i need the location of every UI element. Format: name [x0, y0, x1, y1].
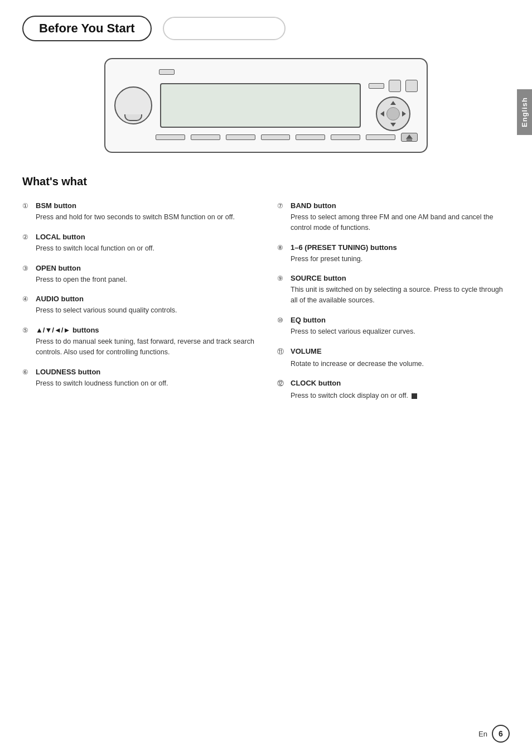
right-top-row — [369, 80, 418, 92]
item-title: BAND button — [291, 201, 336, 210]
item-title: LOCAL button — [36, 233, 85, 241]
preset-btn-5 — [296, 134, 325, 140]
eject-icon — [405, 133, 413, 141]
item-desc: Rotate to increase or decrease the volum… — [291, 359, 510, 369]
list-item: ③ OPEN button Press to open the front pa… — [22, 264, 255, 285]
eject-button — [401, 133, 418, 142]
item-title: 1–6 (PRESET TUNING) buttons — [291, 243, 397, 252]
right-small-btn-1 — [369, 83, 384, 89]
item-num: ⑥ — [22, 368, 32, 376]
preset-btn-2 — [191, 134, 220, 140]
item-header: ⑥ LOUDNESS button — [22, 368, 255, 376]
item-header: ① BSM button — [22, 201, 255, 210]
list-item: ④ AUDIO button Press to select various s… — [22, 295, 255, 316]
page: Before You Start English — [0, 0, 532, 756]
item-num: ① — [22, 202, 32, 210]
stop-symbol — [412, 393, 417, 399]
preset-buttons-row — [156, 133, 418, 142]
device-illustration — [104, 58, 428, 153]
item-desc: Press to switch local function on or off… — [36, 243, 255, 254]
list-item: ⑤ ▲/▼/◄/► buttons Press to do manual see… — [22, 326, 255, 358]
preset-btn-7 — [366, 134, 395, 140]
list-item: ⑥ LOUDNESS button Press to switch loudne… — [22, 368, 255, 389]
right-small-sq-1 — [389, 80, 401, 92]
device-area — [0, 52, 532, 170]
item-header: ② LOCAL button — [22, 233, 255, 241]
right-column: ⑦ BAND button Press to select among thre… — [277, 201, 510, 411]
side-tab: English — [517, 89, 532, 135]
item-desc: Press to switch clock display on or off. — [291, 391, 510, 401]
header-row: Before You Start — [0, 0, 532, 52]
dpad-right-arrow — [402, 111, 406, 117]
item-title: LOUDNESS button — [36, 368, 100, 376]
item-title: EQ button — [291, 316, 326, 324]
item-num: ② — [22, 233, 32, 241]
item-desc: Press and hold for two seconds to switch… — [36, 212, 255, 223]
item-header: ⑪ VOLUME — [277, 347, 510, 357]
item-header: ⑩ EQ button — [277, 316, 510, 324]
item-num: ④ — [22, 295, 32, 303]
item-desc: Press to switch loudness function on or … — [36, 378, 255, 389]
list-item: ⑨ SOURCE button This unit is switched on… — [277, 274, 510, 306]
list-item: ⑦ BAND button Press to select among thre… — [277, 201, 510, 233]
item-title: CLOCK button — [291, 379, 341, 387]
preset-btn-6 — [331, 134, 360, 140]
left-column: ① BSM button Press and hold for two seco… — [22, 201, 255, 411]
item-desc: Press to select various equalizer curves… — [291, 326, 510, 337]
item-title: BSM button — [36, 201, 76, 210]
svg-marker-0 — [406, 134, 413, 139]
item-num: ⑦ — [277, 202, 287, 210]
item-header: ⑧ 1–6 (PRESET TUNING) buttons — [277, 243, 510, 252]
item-header: ③ OPEN button — [22, 264, 255, 272]
header-pill-empty — [163, 17, 286, 40]
item-desc: Press to open the front panel. — [36, 275, 255, 285]
page-footer: En 6 — [478, 725, 510, 743]
display-screen — [160, 83, 361, 128]
list-item: ⑫ CLOCK button Press to switch clock dis… — [277, 379, 510, 401]
item-header: ⑫ CLOCK button — [277, 379, 510, 388]
item-num: ⑤ — [22, 326, 32, 334]
list-item: ① BSM button Press and hold for two seco… — [22, 201, 255, 223]
item-num: ⑧ — [277, 244, 287, 252]
item-title: AUDIO button — [36, 295, 84, 303]
item-title: VOLUME — [291, 347, 322, 355]
item-desc: Press for preset tuning. — [291, 254, 510, 264]
item-desc: Press to select various sound quality co… — [36, 305, 255, 316]
item-num: ⑩ — [277, 316, 287, 324]
dpad-up-arrow — [390, 101, 396, 105]
item-num: ⑨ — [277, 275, 287, 282]
list-item: ⑪ VOLUME Rotate to increase or decrease … — [277, 347, 510, 369]
top-small-button — [159, 69, 175, 75]
item-title: ▲/▼/◄/► buttons — [36, 326, 99, 334]
right-small-sq-2 — [405, 80, 418, 92]
item-num: ③ — [22, 264, 32, 272]
item-title: OPEN button — [36, 264, 81, 272]
page-en-label: En — [478, 730, 487, 738]
item-num: ⑪ — [277, 347, 287, 357]
list-item: ② LOCAL button Press to switch local fun… — [22, 233, 255, 254]
page-title: Before You Start — [39, 21, 135, 35]
list-item: ⑩ EQ button Press to select various equa… — [277, 316, 510, 337]
preset-btn-1 — [156, 134, 185, 140]
item-title: SOURCE button — [291, 274, 346, 282]
item-header: ⑤ ▲/▼/◄/► buttons — [22, 326, 255, 334]
two-column-layout: ① BSM button Press and hold for two seco… — [22, 201, 510, 411]
svg-rect-1 — [407, 139, 412, 141]
preset-btn-4 — [261, 134, 291, 140]
item-desc: Press to do manual seek tuning, fast for… — [36, 336, 255, 358]
item-num: ⑫ — [277, 379, 287, 388]
item-desc: This unit is switched on by selecting a … — [291, 285, 510, 306]
page-number: 6 — [492, 725, 510, 743]
dpad-down-arrow — [390, 123, 396, 127]
item-desc: Press to select among three FM and one A… — [291, 212, 510, 233]
header-pill: Before You Start — [22, 16, 152, 41]
content-area: What's what ① BSM button Press and hold … — [0, 170, 532, 434]
preset-btn-3 — [226, 134, 255, 140]
right-controls — [369, 80, 418, 131]
item-header: ⑨ SOURCE button — [277, 274, 510, 282]
volume-knob — [114, 86, 152, 124]
dpad-left-arrow — [380, 111, 384, 117]
directional-pad — [376, 97, 410, 131]
item-header: ④ AUDIO button — [22, 295, 255, 303]
section-title: What's what — [22, 175, 510, 188]
